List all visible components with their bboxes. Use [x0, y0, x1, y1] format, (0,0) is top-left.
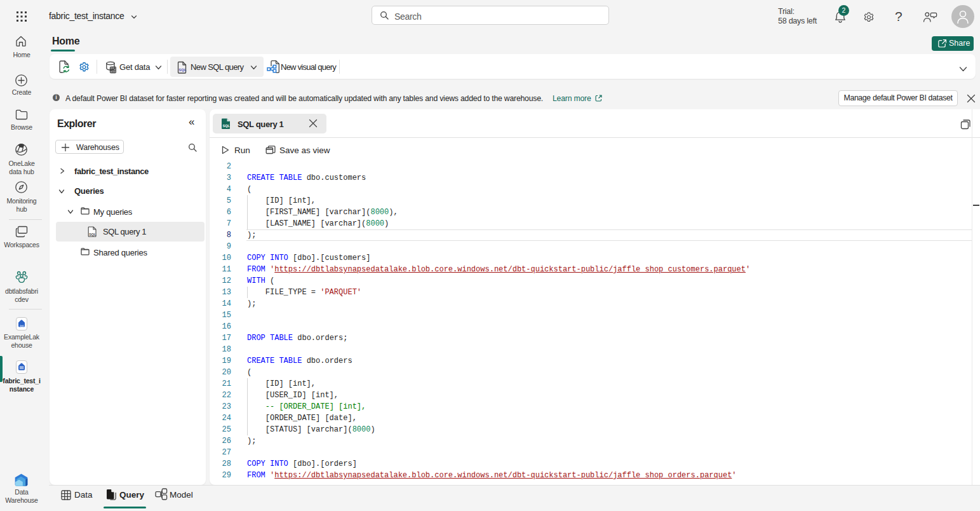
svg-text:SQL: SQL: [89, 233, 97, 236]
svg-text:SQL: SQL: [178, 68, 187, 72]
svg-text:SQL: SQL: [223, 124, 231, 128]
